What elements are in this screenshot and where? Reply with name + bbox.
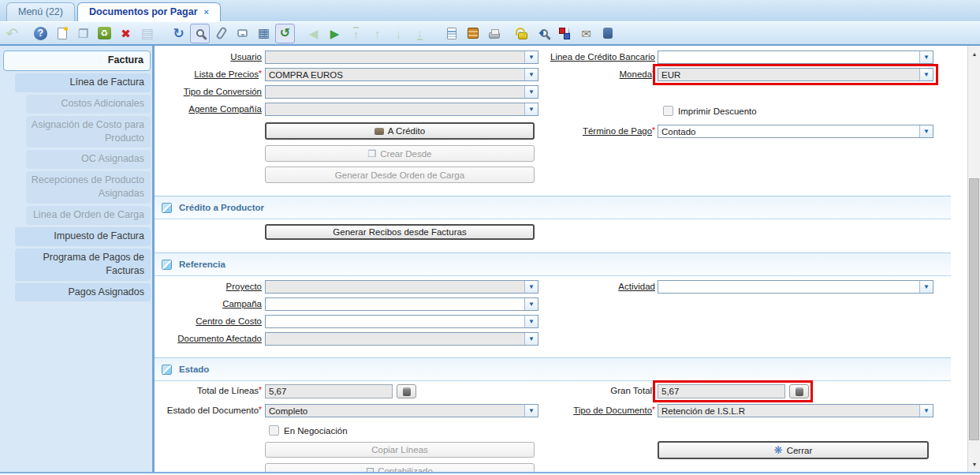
delete-selection-icon[interactable]: ✖ [116, 24, 136, 43]
imprimir-descuento-label: Imprimir Descuento [678, 107, 757, 116]
tipo-documento-label: Tipo de Documento* [511, 406, 655, 415]
calculator-icon[interactable] [789, 384, 809, 398]
contabilizado-button: Contabilizado [265, 463, 535, 472]
sidebar-item-costos-adicionales: Costos Adicionales [26, 95, 151, 114]
sidebar-item-recepciones: Recepciones de Producto Asignadas [26, 171, 151, 204]
vertical-scrollbar[interactable]: ▲ ▼ [967, 46, 980, 472]
en-negociacion-label: En Negociación [284, 426, 348, 436]
next-record-icon[interactable]: ↓ [389, 24, 408, 43]
product-info-icon[interactable] [598, 24, 617, 43]
dropdown-arrow-icon[interactable]: ▼ [524, 298, 538, 310]
imprimir-descuento-checkbox[interactable] [663, 106, 673, 116]
gran-total-field[interactable]: 5,67 [658, 384, 785, 398]
estado-documento-label: Estado del Documento* [155, 406, 262, 415]
dropdown-arrow-icon[interactable]: ▼ [524, 316, 538, 327]
chat-icon[interactable] [233, 24, 252, 43]
collapse-section-icon[interactable] [162, 365, 172, 375]
last-record-icon[interactable]: ↓ [410, 24, 430, 43]
tab-menu[interactable]: Menú (22) [6, 2, 75, 21]
linea-credito-select[interactable]: ▼ [658, 50, 933, 64]
tipo-conversion-label: Tipo de Conversión [155, 87, 262, 96]
first-record-icon[interactable]: ↑ [346, 24, 366, 43]
parent-record-icon[interactable]: ◀ [304, 24, 323, 43]
copiar-lineas-button: Copiar Líneas [265, 442, 535, 458]
copy-icon: ❐ [368, 148, 377, 159]
section-credito-productor: Crédito a Productor [155, 196, 951, 219]
dropdown-arrow-icon[interactable]: ▼ [919, 69, 933, 80]
workflow-icon[interactable]: ↓ [555, 24, 575, 43]
sidebar-item-factura[interactable]: Factura [3, 50, 151, 71]
moneda-label: Moneda* [511, 69, 655, 79]
proyecto-select[interactable]: ▼ [265, 280, 538, 294]
tipo-documento-select[interactable]: Retención de I.S.L.R ▼ [658, 404, 933, 417]
lista-precios-select[interactable]: COMPRA EUROS ▼ [265, 68, 538, 81]
section-estado: Estado [155, 357, 951, 381]
sidebar-item-pagos-asignados[interactable]: Pagos Asignados [15, 283, 151, 302]
termino-pago-select[interactable]: Contado ▼ [658, 125, 933, 138]
usuario-select[interactable]: ▼ [265, 50, 538, 64]
save-icon[interactable]: ▤ [137, 24, 157, 43]
detail-record-icon[interactable]: ▶ [325, 24, 345, 43]
gear-icon: ❋ [774, 444, 783, 456]
grid-toggle-icon[interactable]: ▦ [254, 24, 274, 43]
attachment-icon[interactable] [211, 24, 231, 43]
dropdown-arrow-icon[interactable]: ▼ [524, 333, 538, 345]
dropdown-arrow-icon[interactable]: ▼ [919, 405, 933, 417]
print-icon[interactable] [484, 24, 504, 43]
refresh-icon[interactable]: ↻ [169, 24, 188, 43]
calculator-icon[interactable] [397, 384, 416, 398]
tab-documentos-label: Documentos por Pagar [89, 6, 198, 17]
campana-label: Campaña [155, 299, 262, 309]
dropdown-arrow-icon[interactable]: ▼ [919, 51, 933, 63]
sidebar-item-asignacion-costo: Asignación de Costo para Producto [26, 116, 151, 148]
total-lineas-label: Total de Líneas* [155, 386, 262, 395]
a-credito-button[interactable]: A Crédito [265, 122, 535, 140]
generar-recibos-button[interactable]: Generar Recibos desde Facturas [265, 224, 535, 240]
tab-close-icon[interactable]: × [204, 8, 209, 17]
dropdown-arrow-icon[interactable]: ▼ [524, 103, 538, 115]
total-lineas-field[interactable]: 5,67 [265, 384, 393, 398]
scrollbar-thumb[interactable] [969, 178, 979, 440]
zoom-across-icon[interactable]: ◀ [534, 24, 553, 43]
tab-documentos-por-pagar[interactable]: Documentos por Pagar × [77, 2, 221, 21]
invoice-form: Usuario ▼ Linea de Crédito Bancario ▼ Li… [155, 46, 967, 472]
sidebar-item-impuesto-factura[interactable]: Impuesto de Factura [15, 227, 151, 246]
new-record-icon[interactable] [52, 24, 72, 43]
dropdown-arrow-icon[interactable]: ▼ [919, 125, 933, 137]
dropdown-arrow-icon[interactable]: ▼ [919, 281, 933, 293]
campana-select[interactable]: ▼ [265, 297, 538, 311]
crear-desde-button: ❐ Crear Desde [265, 145, 535, 162]
estado-documento-select[interactable]: Completo ▼ [265, 404, 538, 417]
documento-afectado-label: Documento Afectado [155, 334, 262, 343]
help-icon[interactable]: ? [31, 24, 50, 43]
lock-icon[interactable] [512, 24, 532, 43]
actividad-select[interactable]: ▼ [658, 280, 933, 294]
tipo-conversion-select[interactable]: ▼ [265, 85, 538, 99]
delete-record-icon[interactable]: ♻ [95, 24, 114, 43]
archive-icon[interactable] [463, 24, 483, 43]
sidebar-item-programa-pagos[interactable]: Programa de Pagos de Facturas [15, 249, 151, 281]
documento-afectado-select[interactable]: ▼ [265, 332, 538, 346]
cerrar-button[interactable]: ❋ Cerrar [658, 441, 929, 459]
history-icon[interactable]: ↺ [275, 24, 295, 43]
dropdown-arrow-icon[interactable]: ▼ [524, 86, 538, 98]
moneda-select[interactable]: EUR ▼ [658, 68, 933, 81]
centro-costo-label: Centro de Costo [155, 316, 262, 326]
scroll-up-icon[interactable]: ▲ [968, 47, 980, 60]
agente-compania-select[interactable]: ▼ [265, 103, 538, 116]
requests-icon[interactable]: ✉ [576, 24, 596, 43]
report-icon[interactable] [442, 24, 461, 43]
scroll-down-icon[interactable]: ▼ [968, 458, 980, 470]
copy-record-icon[interactable]: ❐ [73, 24, 93, 43]
collapse-section-icon[interactable] [162, 260, 172, 270]
lista-precios-label: Lista de Precios* [155, 69, 262, 79]
en-negociacion-checkbox[interactable] [269, 425, 279, 436]
collapse-section-icon[interactable] [162, 203, 172, 213]
undo-icon[interactable]: ↶ [2, 24, 22, 43]
previous-record-icon[interactable]: ↑ [367, 24, 387, 43]
centro-costo-select[interactable]: ▼ [265, 315, 538, 328]
toolbar: ↶ ? ❐ ♻ ✖ ▤ ↻ ▦ ↺ ◀ ▶ ↑ ↑ ↓ ↓ ◀ ↓ ✉ [0, 22, 980, 46]
window-tab-bar: Menú (22) Documentos por Pagar × [0, 0, 980, 22]
find-icon[interactable] [190, 24, 210, 43]
sidebar-item-linea-de-factura[interactable]: Línea de Factura [15, 73, 151, 92]
